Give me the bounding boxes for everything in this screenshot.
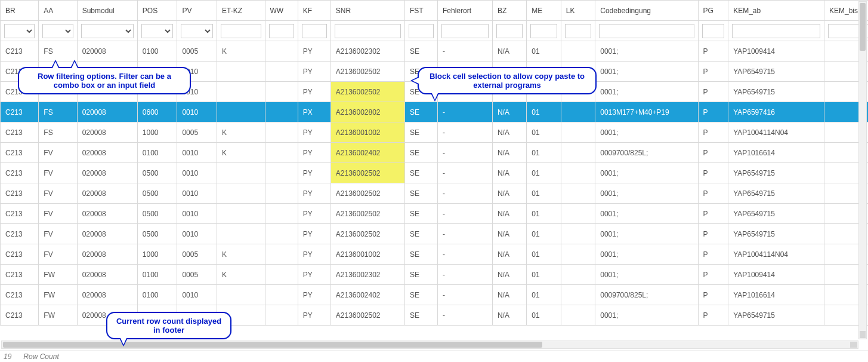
cell-FST[interactable]: SE (404, 102, 437, 122)
horizontal-scrollbar[interactable] (1, 340, 858, 349)
cell-ME[interactable]: 01 (527, 265, 561, 285)
cell-Fehlerort[interactable]: - (438, 122, 493, 143)
cell-AA[interactable]: FS (39, 102, 77, 122)
cell-PG[interactable]: P (698, 305, 728, 326)
cell-FST[interactable]: SE (404, 285, 437, 305)
cell-PG[interactable]: P (698, 62, 728, 82)
cell-ET-KZ[interactable] (217, 183, 265, 204)
cell-KF[interactable]: PY (298, 305, 330, 326)
cell-LK[interactable] (561, 244, 595, 265)
scroll-down-icon[interactable] (860, 331, 866, 338)
cell-PV[interactable]: 0010 (177, 285, 217, 305)
cell-LK[interactable] (561, 41, 595, 62)
column-header-WW[interactable]: WW (265, 1, 298, 21)
cell-KEM_ab[interactable]: YAP1004114N04 (728, 122, 824, 143)
cell-BR[interactable]: C213 (1, 183, 39, 204)
cell-AA[interactable]: FV (39, 163, 77, 183)
cell-KF[interactable]: PY (298, 62, 330, 82)
cell-KF[interactable]: PY (298, 122, 330, 143)
column-header-LK[interactable]: LK (561, 1, 595, 21)
filter-combo-Submodul[interactable] (81, 24, 134, 38)
cell-SNR[interactable]: A2136002502 (330, 62, 404, 82)
cell-ME[interactable]: 01 (527, 183, 561, 204)
table-row[interactable]: C213FW02000801000005KPYA2136002302SE-N/A… (1, 265, 869, 285)
cell-WW[interactable] (265, 41, 298, 62)
cell-SNR[interactable]: A2136002502 (330, 183, 404, 204)
table-row[interactable]: C213FS02000801000005KPYA2136002302SE-N/A… (1, 41, 869, 62)
cell-FST[interactable]: SE (404, 204, 437, 224)
cell-ME[interactable]: 01 (527, 163, 561, 183)
cell-POS[interactable]: 0100 (137, 265, 177, 285)
cell-SNR[interactable]: A2136002502 (330, 305, 404, 326)
cell-Submodul[interactable]: 020008 (77, 204, 137, 224)
cell-WW[interactable] (265, 183, 298, 204)
cell-PG[interactable]: P (698, 183, 728, 204)
cell-WW[interactable] (265, 204, 298, 224)
cell-PG[interactable]: P (698, 122, 728, 143)
cell-BZ[interactable]: N/A (492, 102, 526, 122)
table-row[interactable]: C213FV02000801000010KPYA2136002402SE-N/A… (1, 143, 869, 163)
vertical-scrollbar[interactable] (858, 1, 867, 339)
filter-combo-BR[interactable] (4, 24, 35, 38)
cell-ET-KZ[interactable] (217, 163, 265, 183)
cell-KF[interactable]: PY (298, 82, 330, 102)
scroll-right-icon[interactable] (850, 342, 857, 348)
filter-input-FST[interactable] (409, 24, 434, 38)
cell-POS[interactable]: 0500 (137, 163, 177, 183)
cell-Codebedingung[interactable]: 0001; (595, 265, 698, 285)
cell-PV[interactable]: 0010 (177, 224, 217, 244)
cell-WW[interactable] (265, 62, 298, 82)
cell-PG[interactable]: P (698, 244, 728, 265)
column-header-ET-KZ[interactable]: ET-KZ (217, 1, 265, 21)
cell-Fehlerort[interactable]: - (438, 224, 493, 244)
cell-ME[interactable]: 01 (527, 204, 561, 224)
cell-KEM_ab[interactable]: YAP6549715 (728, 163, 824, 183)
cell-ET-KZ[interactable] (217, 82, 265, 102)
cell-KEM_ab[interactable]: YAP1004114N04 (728, 244, 824, 265)
cell-LK[interactable] (561, 122, 595, 143)
cell-FST[interactable]: SE (404, 41, 437, 62)
cell-POS[interactable]: 0500 (137, 224, 177, 244)
table-row[interactable]: C213FV02000805000010PYA2136002502SE-N/A0… (1, 204, 869, 224)
cell-POS[interactable]: 0600 (137, 102, 177, 122)
cell-ME[interactable]: 01 (527, 224, 561, 244)
cell-SNR[interactable]: A2136002502 (330, 224, 404, 244)
table-row[interactable]: C213FV02000805000010PYA2136002502SE-N/A0… (1, 183, 869, 204)
cell-PG[interactable]: P (698, 285, 728, 305)
cell-Submodul[interactable]: 020008 (77, 244, 137, 265)
filter-input-WW[interactable] (269, 24, 294, 38)
cell-WW[interactable] (265, 163, 298, 183)
table-row[interactable]: C213FV02000805000010PYA2136002502SE-N/A0… (1, 224, 869, 244)
cell-Codebedingung[interactable]: 0013M177+M40+P19 (595, 102, 698, 122)
cell-Codebedingung[interactable]: 0001; (595, 82, 698, 102)
cell-ME[interactable]: 01 (527, 41, 561, 62)
cell-BR[interactable]: C213 (1, 163, 39, 183)
cell-FST[interactable]: SE (404, 163, 437, 183)
column-header-SNR[interactable]: SNR (330, 1, 404, 21)
column-header-AA[interactable]: AA (39, 1, 77, 21)
cell-PV[interactable]: 0010 (177, 204, 217, 224)
cell-AA[interactable]: FW (39, 285, 77, 305)
cell-BR[interactable]: C213 (1, 102, 39, 122)
cell-LK[interactable] (561, 305, 595, 326)
column-header-Fehlerort[interactable]: Fehlerort (438, 1, 493, 21)
cell-BZ[interactable]: N/A (492, 204, 526, 224)
scroll-thumb[interactable] (3, 342, 542, 348)
cell-ET-KZ[interactable]: K (217, 244, 265, 265)
cell-KF[interactable]: PY (298, 204, 330, 224)
cell-SNR[interactable]: A2136001002 (330, 244, 404, 265)
cell-LK[interactable] (561, 224, 595, 244)
cell-WW[interactable] (265, 102, 298, 122)
cell-SNR[interactable]: A2136002502 (330, 82, 404, 102)
cell-BZ[interactable]: N/A (492, 41, 526, 62)
filter-combo-POS[interactable] (141, 24, 174, 38)
cell-WW[interactable] (265, 82, 298, 102)
column-header-PG[interactable]: PG (698, 1, 728, 21)
cell-ET-KZ[interactable] (217, 204, 265, 224)
cell-ME[interactable]: 01 (527, 102, 561, 122)
cell-POS[interactable]: 1000 (137, 122, 177, 143)
cell-AA[interactable]: FV (39, 204, 77, 224)
cell-FST[interactable]: SE (404, 305, 437, 326)
cell-Submodul[interactable]: 020008 (77, 143, 137, 163)
cell-WW[interactable] (265, 285, 298, 305)
